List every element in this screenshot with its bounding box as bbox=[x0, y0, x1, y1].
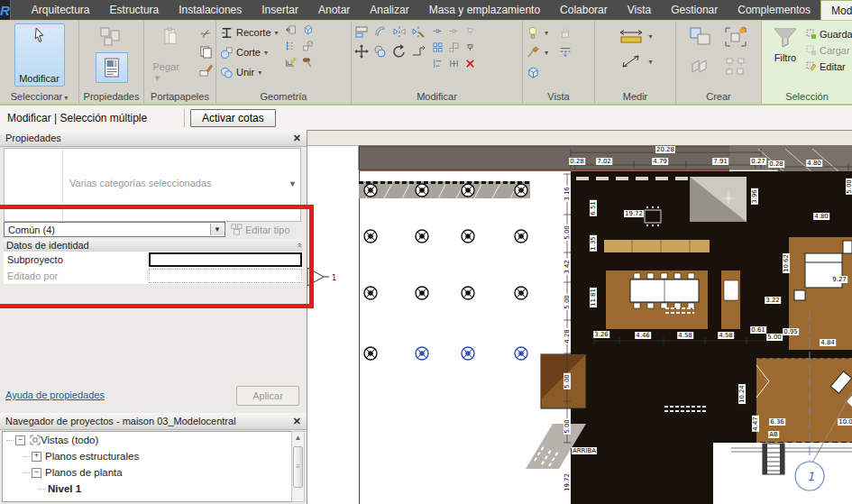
tab-anotar[interactable]: Anotar bbox=[308, 0, 360, 20]
filter-combo[interactable]: Común (4) ▼ bbox=[4, 222, 225, 237]
scale-icon[interactable] bbox=[448, 41, 460, 53]
edit-profile-icon[interactable] bbox=[285, 56, 297, 68]
scrollbar-thumb[interactable]: ≡ bbox=[293, 446, 303, 488]
join-geometry-button[interactable]: Unir▾ bbox=[218, 63, 279, 81]
paste-button[interactable]: Pegar ▾ bbox=[152, 23, 188, 87]
copy-icon[interactable] bbox=[197, 43, 214, 60]
chevron-down-icon[interactable]: ▼ bbox=[210, 224, 224, 235]
align-elements-icon[interactable] bbox=[432, 58, 444, 69]
tree-expander-icon[interactable]: − bbox=[32, 468, 41, 478]
browser-title-bar[interactable]: Navegador de proyectos - maison 03_Model… bbox=[0, 413, 307, 430]
properties-elements-icon[interactable] bbox=[96, 23, 126, 50]
scroll-up-icon[interactable]: ▲ bbox=[292, 432, 304, 444]
unpin-icon[interactable] bbox=[464, 25, 476, 37]
paintbrush-icon[interactable] bbox=[525, 44, 541, 60]
cut-geometry-button[interactable]: Corte▾ bbox=[218, 43, 279, 61]
properties-title-bar[interactable]: Propiedades ✕ bbox=[0, 130, 307, 147]
panel-label-seleccionar[interactable]: Seleccionar▾ bbox=[0, 89, 78, 104]
chevron-down-icon[interactable]: ▼ bbox=[289, 179, 297, 188]
filter-button[interactable]: Filtro bbox=[771, 23, 800, 63]
chevron-down-icon[interactable]: ▾ bbox=[648, 32, 652, 41]
split-element-icon[interactable] bbox=[432, 25, 444, 37]
subproyecto-input[interactable] bbox=[149, 252, 302, 267]
panel-label-medir[interactable]: Medir bbox=[595, 89, 675, 104]
demolish-icon[interactable] bbox=[302, 40, 314, 51]
tab-analizar[interactable]: Analizar bbox=[360, 0, 418, 20]
trim-extend-icon[interactable] bbox=[410, 43, 426, 60]
collapse-chevron-icon[interactable]: » bbox=[292, 243, 305, 247]
array-icon[interactable] bbox=[432, 41, 444, 53]
panel-label-propiedades[interactable]: Propiedades bbox=[79, 89, 143, 104]
close-icon[interactable]: ✕ bbox=[293, 416, 301, 427]
angle-measure-icon[interactable] bbox=[618, 53, 645, 69]
split-gap-icon[interactable] bbox=[448, 25, 460, 37]
drawing-area[interactable]: 1 1 20.280.287.024.797.910.270.284.8019.… bbox=[307, 130, 852, 504]
create-group-icon[interactable] bbox=[685, 23, 716, 50]
properties-palette-icon[interactable] bbox=[96, 52, 128, 83]
mirror-draw-icon[interactable] bbox=[410, 23, 426, 40]
create-assembly-icon[interactable] bbox=[685, 55, 716, 78]
move-icon[interactable] bbox=[353, 43, 370, 60]
lightbulb-icon[interactable] bbox=[525, 24, 541, 41]
save-selection-button[interactable]: Guardar bbox=[805, 27, 852, 41]
chevron-down-icon[interactable]: ▾ bbox=[648, 58, 652, 66]
demolish-hammer-icon[interactable] bbox=[302, 56, 314, 68]
tree-item-nivel-1[interactable]: Nivel 1 bbox=[3, 481, 304, 497]
mirror-pick-icon[interactable] bbox=[391, 23, 408, 40]
tab-arquitectura[interactable]: Arquitectura bbox=[22, 0, 100, 20]
panel-label-geometria[interactable]: Geometría bbox=[216, 89, 351, 104]
tree-expander-icon[interactable]: + bbox=[32, 452, 41, 462]
measure-icon[interactable] bbox=[618, 28, 645, 44]
solid-geometry-icon[interactable] bbox=[302, 23, 314, 35]
tree-item-planos-de-planta[interactable]: −Planos de planta bbox=[3, 464, 304, 481]
beam-system-icon[interactable] bbox=[285, 40, 297, 51]
browser-scrollbar[interactable]: ▲ ≡ bbox=[291, 431, 305, 502]
chevron-down-icon[interactable]: ▾ bbox=[545, 29, 548, 37]
copy-element-icon[interactable] bbox=[372, 43, 389, 60]
panel-label-vista[interactable]: Vista bbox=[523, 89, 594, 104]
tab-insertar[interactable]: Insertar bbox=[252, 0, 308, 20]
chevron-down-icon[interactable]: ▾ bbox=[545, 49, 548, 57]
activate-dimensions-button[interactable]: Activar cotas bbox=[190, 109, 276, 127]
identity-data-header[interactable]: Datos de identidad » bbox=[4, 239, 303, 252]
create-similar-icon[interactable] bbox=[720, 23, 751, 50]
section-box-icon[interactable] bbox=[525, 64, 541, 80]
align-icon[interactable] bbox=[353, 23, 370, 40]
rotate-icon[interactable] bbox=[391, 43, 408, 60]
tab-gestionar[interactable]: Gestionar bbox=[661, 0, 728, 20]
tab-complementos[interactable]: Complementos bbox=[728, 0, 820, 20]
cut-icon[interactable]: ✂ bbox=[195, 23, 217, 45]
type-selector[interactable]: Varias categorías seleccionadas ▼ bbox=[4, 148, 301, 222]
tab-vista[interactable]: Vista bbox=[618, 0, 661, 20]
tab-modificar[interactable]: Modificar bbox=[820, 0, 852, 20]
tab-instalaciones[interactable]: Instalaciones bbox=[169, 0, 252, 20]
tab-masa-y-emplazamiento[interactable]: Masa y emplazamiento bbox=[419, 0, 550, 20]
load-selection-button[interactable]: Cargar bbox=[805, 43, 852, 58]
modify-tool-button[interactable]: Modificar bbox=[14, 23, 65, 87]
hidden-lines-icon[interactable] bbox=[557, 44, 573, 60]
edit-selection-button[interactable]: Editar bbox=[805, 60, 852, 74]
delete-icon[interactable] bbox=[464, 58, 476, 69]
pin-icon[interactable] bbox=[464, 41, 476, 53]
panel-label-portapapeles[interactable]: Portapapeles bbox=[144, 89, 215, 104]
tree-expander-icon[interactable]: − bbox=[15, 435, 25, 445]
panel-label-modificar[interactable]: Modificar bbox=[352, 89, 522, 104]
create-parts-icon[interactable] bbox=[720, 55, 751, 78]
propagate-icon[interactable] bbox=[448, 58, 460, 69]
apply-button[interactable]: Aplicar bbox=[236, 386, 299, 406]
edit-type-button[interactable]: Editar tipo bbox=[231, 222, 303, 237]
offset-icon[interactable] bbox=[372, 23, 389, 40]
properties-help-link[interactable]: Ayuda de propiedades bbox=[5, 389, 105, 400]
tree-item-planos-estructurales[interactable]: +Planos estructurales bbox=[3, 448, 304, 464]
panel-label-crear[interactable]: Crear bbox=[676, 89, 761, 104]
close-icon[interactable]: ✕ bbox=[293, 133, 301, 144]
render-house-icon[interactable] bbox=[557, 24, 573, 41]
tab-colaborar[interactable]: Colaborar bbox=[550, 0, 618, 20]
cope-button[interactable]: Recorte▾ bbox=[218, 23, 279, 41]
tab-estructura[interactable]: Estructura bbox=[100, 0, 169, 20]
panel-label-seleccion[interactable]: Selección bbox=[762, 89, 852, 104]
match-type-brush-icon[interactable] bbox=[197, 61, 214, 78]
app-logo-icon[interactable]: R bbox=[0, 0, 11, 20]
tree-item-vistas-todo-[interactable]: −Vistas (todo) bbox=[3, 432, 304, 448]
attach-wall-icon[interactable] bbox=[285, 23, 297, 35]
